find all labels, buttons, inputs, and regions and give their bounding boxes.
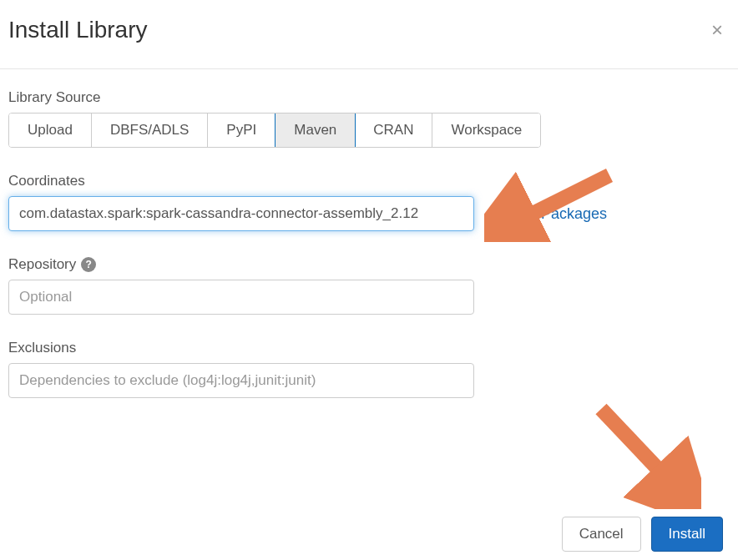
- tab-workspace[interactable]: Workspace: [432, 114, 540, 147]
- close-icon[interactable]: ×: [705, 17, 730, 43]
- coordinates-row: Search Packages: [8, 196, 730, 231]
- help-icon[interactable]: ?: [81, 257, 96, 272]
- repository-group: Repository ?: [8, 256, 730, 315]
- modal-header: Install Library ×: [0, 0, 738, 69]
- modal-footer: Cancel Install: [562, 517, 723, 552]
- coordinates-label: Coordinates: [8, 173, 730, 189]
- tab-pypi[interactable]: PyPI: [208, 114, 275, 147]
- repository-label-text: Repository: [8, 256, 76, 273]
- tab-upload[interactable]: Upload: [9, 114, 92, 147]
- exclusions-label: Exclusions: [8, 340, 730, 356]
- tab-cran[interactable]: CRAN: [355, 114, 432, 147]
- cancel-button[interactable]: Cancel: [562, 517, 641, 552]
- search-packages-link[interactable]: Search Packages: [489, 205, 607, 223]
- library-source-tabs: Upload DBFS/ADLS PyPI Maven CRAN Workspa…: [8, 113, 541, 148]
- repository-input[interactable]: [8, 280, 474, 315]
- repository-label: Repository ?: [8, 256, 730, 273]
- library-source-label: Library Source: [8, 89, 730, 106]
- coordinates-input[interactable]: [8, 196, 474, 231]
- exclusions-input[interactable]: [8, 363, 474, 398]
- modal-title: Install Library: [8, 17, 148, 43]
- install-button[interactable]: Install: [651, 517, 723, 552]
- library-source-group: Library Source Upload DBFS/ADLS PyPI Mav…: [8, 89, 730, 148]
- exclusions-group: Exclusions: [8, 340, 730, 398]
- tab-maven[interactable]: Maven: [275, 113, 356, 148]
- modal-body: Library Source Upload DBFS/ADLS PyPI Mav…: [0, 69, 738, 431]
- tab-dbfs-adls[interactable]: DBFS/ADLS: [92, 114, 208, 147]
- coordinates-group: Coordinates Search Packages: [8, 173, 730, 231]
